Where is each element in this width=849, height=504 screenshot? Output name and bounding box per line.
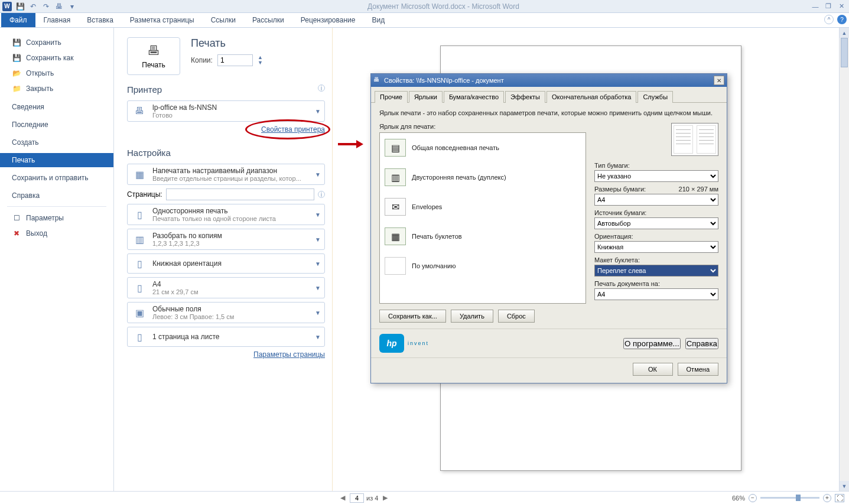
chevron-down-icon: ▼	[315, 310, 321, 316]
info-icon[interactable]: i	[318, 191, 325, 198]
vertical-scrollbar[interactable]: ▲ ▼	[839, 28, 849, 491]
sidebar-item-recent[interactable]: Последние	[0, 118, 113, 132]
copies-input[interactable]	[217, 54, 253, 66]
portrait-icon: ▯	[132, 256, 147, 271]
zoom-slider[interactable]	[760, 497, 819, 499]
printer-properties-link[interactable]: Свойства принтера	[261, 125, 325, 134]
print-button[interactable]: 🖶 Печать	[127, 37, 180, 75]
scrollbar-thumb[interactable]	[841, 38, 848, 67]
printer-selector[interactable]: 🖶 lp-office на fs-NNSNГотово ▼	[127, 100, 325, 122]
ok-button[interactable]: ОК	[633, 363, 673, 376]
tab-file[interactable]: Файл	[1, 13, 35, 27]
zoom-thumb[interactable]	[796, 495, 801, 501]
print-qat-icon[interactable]: 🖶	[54, 2, 64, 11]
print-range-selector[interactable]: ▦ Напечатать настраиваемый диапазонВведи…	[127, 164, 325, 185]
dialog-tab-paper[interactable]: Бумага/качество	[444, 91, 504, 103]
dialog-body: Ярлык печати - это набор сохраненных пар…	[371, 103, 727, 329]
shortcut-listbox[interactable]: ▤Общая повседневная печать ▥Двусторонняя…	[379, 132, 586, 304]
sidebar-item-label: Сведения	[12, 103, 44, 111]
save-qat-icon[interactable]: 💾	[15, 2, 25, 11]
dialog-tab-finishing[interactable]: Окончательная обработка	[547, 91, 636, 103]
tab-insert[interactable]: Вставка	[79, 13, 122, 27]
copies-spinner-icon[interactable]: ▲▼	[258, 55, 263, 66]
hp-logo-icon: hp	[379, 334, 404, 353]
sidebar-item-save[interactable]: 💾Сохранить	[0, 35, 113, 50]
qat-dropdown-icon[interactable]: ▾	[67, 2, 77, 11]
paper-icon: ▯	[132, 281, 147, 295]
orientation-selector[interactable]: ▯ Книжная ориентация ▼	[127, 253, 325, 274]
sidebar-item-exit[interactable]: ✖Выход	[0, 226, 113, 241]
zoom-value: 66%	[732, 495, 745, 502]
collate-selector[interactable]: ▥ Разобрать по копиям1,2,3 1,2,3 1,2,3 ▼	[127, 229, 325, 250]
tab-layout[interactable]: Разметка страницы	[122, 13, 203, 27]
list-item: ▤Общая повседневная печать	[380, 133, 585, 162]
list-item: ▦Печать буклетов	[380, 222, 585, 251]
sidebar-item-print[interactable]: Печать	[0, 153, 113, 167]
sidebar-item-new[interactable]: Создать	[0, 135, 113, 149]
sidebar-item-label: Параметры	[26, 214, 64, 222]
minimize-ribbon-icon[interactable]: ^	[824, 15, 834, 24]
orientation-select[interactable]: Книжная	[594, 241, 718, 253]
dialog-tab-shortcuts[interactable]: Ярлыки	[409, 91, 443, 103]
papertype-label: Тип бумаги:	[594, 162, 718, 169]
tab-references[interactable]: Ссылки	[203, 13, 244, 27]
tab-home[interactable]: Главная	[35, 13, 79, 27]
info-icon[interactable]: i	[318, 84, 325, 92]
dd-title: Односторонняя печать	[152, 207, 276, 215]
dialog-tab-effects[interactable]: Эффекты	[505, 91, 545, 103]
save-icon: 💾	[12, 38, 21, 47]
page-icon: ▯	[132, 207, 147, 222]
dialog-tab-other[interactable]: Прочие	[375, 91, 408, 103]
papertype-select[interactable]: Не указано	[594, 170, 718, 182]
margins-selector[interactable]: ▣ Обычные поляЛевое: 3 см Правое: 1,5 см…	[127, 302, 325, 323]
help-icon[interactable]: ?	[837, 15, 847, 24]
papersrc-select[interactable]: Автовыбор	[594, 217, 718, 229]
next-page-icon[interactable]: ▶	[380, 494, 390, 502]
sidebar-item-help[interactable]: Справка	[0, 188, 113, 203]
undo-qat-icon[interactable]: ↶	[28, 2, 38, 11]
sidebar-item-close[interactable]: 📁Закрыть	[0, 81, 113, 96]
printer-heading: Принтерi	[127, 84, 325, 95]
scroll-up-icon[interactable]: ▲	[840, 28, 849, 38]
zoom-in-button[interactable]: +	[823, 494, 831, 502]
minimize-icon[interactable]: —	[810, 2, 821, 11]
printon-select[interactable]: A4	[594, 288, 718, 300]
sidebar-item-label: Открыть	[26, 69, 54, 77]
papersize-select[interactable]: A4	[594, 194, 718, 206]
tab-review[interactable]: Рецензирование	[292, 13, 364, 27]
page-input[interactable]	[350, 493, 364, 503]
reset-button[interactable]: Сброс	[498, 310, 535, 323]
tab-mailings[interactable]: Рассылки	[244, 13, 292, 27]
sidebar-item-saveas[interactable]: 💾Сохранить как	[0, 50, 113, 66]
sidebar-item-send[interactable]: Сохранить и отправить	[0, 171, 113, 185]
paper-size-selector[interactable]: ▯ A421 см x 29,7 см ▼	[127, 277, 325, 298]
sidebar-item-open[interactable]: 📂Открыть	[0, 66, 113, 81]
close-window-icon[interactable]: ✕	[836, 2, 847, 11]
scroll-down-icon[interactable]: ▼	[840, 481, 849, 491]
sides-selector[interactable]: ▯ Односторонняя печатьПечатать только на…	[127, 204, 325, 225]
pages-input[interactable]	[166, 188, 314, 200]
pages-per-sheet-selector[interactable]: ▯ 1 страница на листе ▼	[127, 327, 325, 347]
cancel-button[interactable]: Отмена	[678, 363, 718, 376]
booklet-select[interactable]: Переплет слева	[594, 265, 718, 277]
papersrc-label: Источник бумаги:	[594, 209, 718, 216]
dialog-tab-services[interactable]: Службы	[637, 91, 673, 103]
quick-access-toolbar: W 💾 ↶ ↷ 🖶 ▾	[2, 2, 77, 11]
prev-page-icon[interactable]: ◀	[338, 494, 347, 502]
fit-page-icon[interactable]: ⛶	[835, 494, 844, 502]
restore-icon[interactable]: ❐	[823, 2, 834, 11]
help-button[interactable]: Справка	[685, 338, 718, 349]
sidebar-item-options[interactable]: ☐Параметры	[0, 210, 113, 226]
delete-button[interactable]: Удалить	[451, 310, 493, 323]
layout-preview	[671, 123, 718, 156]
about-button[interactable]: О программе...	[623, 338, 681, 349]
dialog-close-button[interactable]: ✕	[714, 76, 724, 85]
tab-view[interactable]: Вид	[363, 13, 393, 27]
zoom-out-button[interactable]: −	[749, 494, 757, 502]
sidebar-item-info[interactable]: Сведения	[0, 100, 113, 114]
collate-icon: ▥	[132, 232, 147, 246]
page-setup-link[interactable]: Параметры страницы	[253, 350, 325, 359]
printer-icon: 🖶	[373, 76, 382, 84]
redo-qat-icon[interactable]: ↷	[41, 2, 51, 11]
saveas-button[interactable]: Сохранить как...	[379, 310, 446, 323]
